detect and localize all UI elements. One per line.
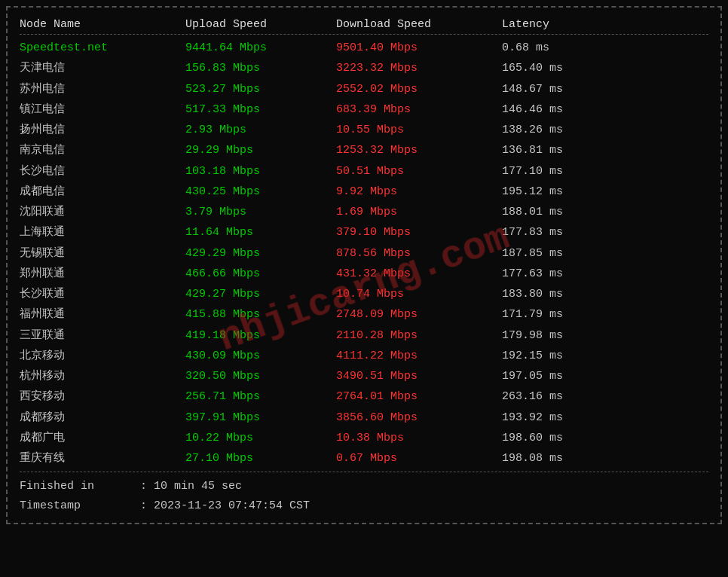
cell-latency: 0.68 ms bbox=[502, 39, 638, 56]
cell-latency: 171.79 ms bbox=[502, 306, 638, 323]
cell-latency: 197.05 ms bbox=[502, 368, 638, 385]
table-row: 上海联通11.64 Mbps379.10 Mbps177.83 ms bbox=[20, 222, 708, 243]
cell-latency: 198.08 ms bbox=[502, 450, 638, 467]
cell-download: 0.67 Mbps bbox=[336, 450, 502, 467]
table-row: 西安移动256.71 Mbps2764.01 Mbps263.16 ms bbox=[20, 386, 708, 407]
cell-upload: 2.93 Mbps bbox=[185, 121, 336, 139]
cell-node-name: 西安移动 bbox=[20, 388, 185, 405]
cell-node-name: 南京电信 bbox=[20, 142, 185, 159]
footer: Finished in : 10 min 45 sec Timestamp : … bbox=[20, 472, 708, 515]
cell-download: 3490.51 Mbps bbox=[336, 368, 502, 385]
cell-download: 2764.01 Mbps bbox=[336, 388, 502, 405]
cell-upload: 320.50 Mbps bbox=[185, 368, 336, 385]
cell-download: 1.69 Mbps bbox=[336, 203, 502, 221]
table-header: Node Name Upload Speed Download Speed La… bbox=[20, 15, 708, 35]
cell-download: 379.10 Mbps bbox=[336, 224, 502, 241]
cell-upload: 430.09 Mbps bbox=[185, 347, 336, 365]
cell-upload: 11.64 Mbps bbox=[185, 224, 336, 241]
cell-node-name: 福州联通 bbox=[20, 306, 185, 323]
cell-node-name: 苏州电信 bbox=[20, 81, 185, 98]
table-row: 杭州移动320.50 Mbps3490.51 Mbps197.05 ms bbox=[20, 366, 708, 386]
table-row: 南京电信29.29 Mbps1253.32 Mbps136.81 ms bbox=[20, 140, 708, 160]
cell-latency: 263.16 ms bbox=[502, 388, 638, 405]
table-row: 长沙联通429.27 Mbps10.74 Mbps183.80 ms bbox=[20, 284, 708, 304]
cell-upload: 466.66 Mbps bbox=[185, 265, 336, 282]
table-row: 长沙电信103.18 Mbps50.51 Mbps177.10 ms bbox=[20, 161, 708, 182]
footer-finished-row: Finished in : 10 min 45 sec bbox=[20, 477, 708, 496]
cell-node-name: 上海联通 bbox=[20, 224, 185, 241]
cell-latency: 136.81 ms bbox=[502, 142, 638, 159]
cell-download: 431.32 Mbps bbox=[336, 265, 502, 282]
table-row: 镇江电信517.33 Mbps683.39 Mbps146.46 ms bbox=[20, 99, 708, 120]
cell-upload: 10.22 Mbps bbox=[185, 429, 336, 447]
table-row: 重庆有线27.10 Mbps0.67 Mbps198.08 ms bbox=[20, 448, 708, 469]
cell-latency: 193.92 ms bbox=[502, 409, 638, 426]
cell-upload: 9441.64 Mbps bbox=[185, 39, 336, 56]
timestamp-value: : 2023-11-23 07:47:54 CST bbox=[140, 496, 310, 516]
cell-download: 3856.60 Mbps bbox=[336, 409, 502, 426]
cell-node-name: 北京移动 bbox=[20, 347, 185, 365]
table-row: 无锡联通429.29 Mbps878.56 Mbps187.85 ms bbox=[20, 243, 708, 264]
cell-node-name: 成都移动 bbox=[20, 409, 185, 426]
cell-download: 10.74 Mbps bbox=[336, 285, 502, 303]
table-row: 三亚联通419.18 Mbps2110.28 Mbps179.98 ms bbox=[20, 325, 708, 346]
cell-upload: 429.29 Mbps bbox=[185, 245, 336, 262]
cell-node-name: 成都电信 bbox=[20, 183, 185, 200]
cell-download: 878.56 Mbps bbox=[336, 245, 502, 262]
cell-upload: 430.25 Mbps bbox=[185, 183, 336, 200]
table-row: 成都电信430.25 Mbps9.92 Mbps195.12 ms bbox=[20, 182, 708, 202]
cell-latency: 177.63 ms bbox=[502, 265, 638, 282]
table-row: 福州联通415.88 Mbps2748.09 Mbps171.79 ms bbox=[20, 304, 708, 325]
cell-download: 683.39 Mbps bbox=[336, 101, 502, 118]
cell-node-name: Speedtest.net bbox=[20, 39, 185, 56]
cell-download: 9501.40 Mbps bbox=[336, 39, 502, 56]
table-body: Speedtest.net9441.64 Mbps9501.40 Mbps0.6… bbox=[20, 38, 708, 469]
cell-node-name: 杭州移动 bbox=[20, 368, 185, 385]
cell-node-name: 天津电信 bbox=[20, 60, 185, 77]
table-row: 扬州电信2.93 Mbps10.55 Mbps138.26 ms bbox=[20, 120, 708, 140]
cell-download: 1253.32 Mbps bbox=[336, 142, 502, 159]
cell-download: 10.55 Mbps bbox=[336, 121, 502, 139]
main-container: Node Name Upload Speed Download Speed La… bbox=[6, 6, 722, 524]
cell-node-name: 无锡联通 bbox=[20, 245, 185, 262]
cell-latency: 148.67 ms bbox=[502, 81, 638, 98]
footer-timestamp-row: Timestamp : 2023-11-23 07:47:54 CST bbox=[20, 496, 708, 516]
timestamp-label: Timestamp bbox=[20, 496, 140, 516]
cell-upload: 419.18 Mbps bbox=[185, 327, 336, 344]
cell-node-name: 镇江电信 bbox=[20, 101, 185, 118]
cell-download: 10.38 Mbps bbox=[336, 429, 502, 447]
cell-upload: 256.71 Mbps bbox=[185, 388, 336, 405]
cell-node-name: 长沙电信 bbox=[20, 163, 185, 180]
cell-node-name: 三亚联通 bbox=[20, 327, 185, 344]
table-row: 成都移动397.91 Mbps3856.60 Mbps193.92 ms bbox=[20, 408, 708, 428]
cell-download: 9.92 Mbps bbox=[336, 183, 502, 200]
cell-download: 2110.28 Mbps bbox=[336, 327, 502, 344]
cell-latency: 138.26 ms bbox=[502, 121, 638, 139]
finished-value: : 10 min 45 sec bbox=[140, 477, 242, 496]
cell-latency: 195.12 ms bbox=[502, 183, 638, 200]
cell-latency: 146.46 ms bbox=[502, 101, 638, 118]
cell-latency: 165.40 ms bbox=[502, 60, 638, 77]
cell-latency: 177.83 ms bbox=[502, 224, 638, 241]
cell-node-name: 成都广电 bbox=[20, 429, 185, 447]
cell-latency: 192.15 ms bbox=[502, 347, 638, 365]
cell-upload: 429.27 Mbps bbox=[185, 285, 336, 303]
cell-node-name: 重庆有线 bbox=[20, 450, 185, 467]
header-latency: Latency bbox=[502, 18, 638, 31]
cell-latency: 183.80 ms bbox=[502, 285, 638, 303]
cell-upload: 517.33 Mbps bbox=[185, 101, 336, 118]
cell-upload: 3.79 Mbps bbox=[185, 203, 336, 221]
cell-upload: 397.91 Mbps bbox=[185, 409, 336, 426]
header-upload: Upload Speed bbox=[185, 18, 336, 31]
table-row: Speedtest.net9441.64 Mbps9501.40 Mbps0.6… bbox=[20, 38, 708, 58]
cell-upload: 523.27 Mbps bbox=[185, 81, 336, 98]
cell-latency: 198.60 ms bbox=[502, 429, 638, 447]
cell-node-name: 扬州电信 bbox=[20, 121, 185, 139]
finished-label: Finished in bbox=[20, 477, 140, 496]
table-row: 成都广电10.22 Mbps10.38 Mbps198.60 ms bbox=[20, 428, 708, 448]
table-row: 沈阳联通3.79 Mbps1.69 Mbps188.01 ms bbox=[20, 202, 708, 222]
cell-download: 2552.02 Mbps bbox=[336, 81, 502, 98]
cell-download: 3223.32 Mbps bbox=[336, 60, 502, 77]
cell-latency: 187.85 ms bbox=[502, 245, 638, 262]
cell-latency: 179.98 ms bbox=[502, 327, 638, 344]
